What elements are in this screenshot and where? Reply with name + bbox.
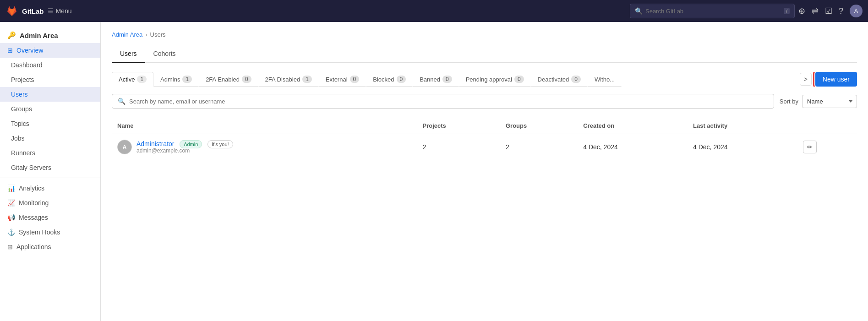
- filter-tab-without-projects[interactable]: Witho...: [588, 72, 622, 87]
- col-actions: [797, 118, 857, 134]
- filter-tab-external[interactable]: External 0: [319, 72, 366, 87]
- table-row: A Administrator Admin It's you!: [112, 134, 857, 160]
- filter-tab-active[interactable]: Active 1: [112, 72, 153, 87]
- analytics-icon: 📊: [7, 185, 15, 192]
- search-sort-row: 🔍 Sort by Name Newest Oldest Last sign-i…: [112, 94, 857, 109]
- avatar: A: [117, 140, 132, 154]
- filter-tabs: Active 1 Admins 1 2FA Enabled 0 2FA Disa…: [112, 72, 798, 87]
- user-last-activity: 4 Dec, 2024: [688, 134, 797, 160]
- user-info: Administrator Admin It's you! admin@exam…: [136, 140, 233, 154]
- edit-icon: ✏: [807, 143, 813, 151]
- breadcrumb-parent-link[interactable]: Admin Area: [112, 31, 142, 38]
- sidebar: 🔑 Admin Area ⊞ Overview Dashboard Projec…: [0, 22, 101, 321]
- col-name: Name: [112, 118, 417, 134]
- its-you-badge: It's you!: [207, 140, 233, 148]
- col-projects: Projects: [417, 118, 501, 134]
- merge-request-icon[interactable]: ⇌: [812, 6, 819, 16]
- edit-user-button[interactable]: ✏: [803, 141, 817, 153]
- user-email: admin@example.com: [136, 147, 233, 154]
- global-search-box[interactable]: 🔍 /: [630, 4, 795, 18]
- filter-tab-pending-approval[interactable]: Pending approval 0: [459, 72, 531, 87]
- user-created-on: 4 Dec, 2024: [578, 134, 688, 160]
- help-icon[interactable]: ?: [839, 6, 843, 16]
- filter-tab-deactivated[interactable]: Deactivated 0: [531, 72, 588, 87]
- filter-tabs-scroll-right-button[interactable]: >: [800, 73, 812, 86]
- sidebar-item-groups[interactable]: Groups: [0, 102, 100, 116]
- topnav-icons: ⊕ ⇌ ☑ ? A: [798, 5, 863, 17]
- user-name-link[interactable]: Administrator: [136, 140, 174, 147]
- sidebar-item-system-hooks[interactable]: ⚓ System Hooks: [0, 225, 100, 239]
- sidebar-item-applications[interactable]: ⊞ Applications: [0, 239, 100, 254]
- tab-users[interactable]: Users: [112, 45, 145, 63]
- top-navbar: GitLab ☰ Menu 🔍 / ⊕ ⇌ ☑ ? A: [0, 0, 868, 22]
- col-groups: Groups: [500, 118, 578, 134]
- user-name-cell: A Administrator Admin It's you!: [117, 140, 412, 154]
- sidebar-item-topics[interactable]: Topics: [0, 116, 100, 131]
- page-tabs: Users Cohorts: [112, 45, 857, 63]
- search-box-icon: 🔍: [118, 98, 126, 105]
- sidebar-item-users[interactable]: Users: [0, 87, 100, 102]
- sidebar-item-jobs[interactable]: Jobs: [0, 131, 100, 146]
- sort-by-label: Sort by: [780, 98, 798, 105]
- breadcrumb-current: Users: [150, 31, 166, 38]
- sidebar-section-title: 🔑 Admin Area: [0, 26, 100, 43]
- user-search-input[interactable]: [129, 98, 768, 105]
- sort-by-container: Sort by Name Newest Oldest Last sign-in …: [780, 95, 857, 108]
- gitlab-logo[interactable]: GitLab: [5, 5, 44, 17]
- search-input[interactable]: [645, 8, 781, 15]
- tab-cohorts[interactable]: Cohorts: [145, 45, 184, 63]
- search-box: 🔍: [112, 94, 774, 109]
- sidebar-item-analytics[interactable]: 📊 Analytics: [0, 181, 100, 196]
- sidebar-item-messages[interactable]: 📢 Messages: [0, 210, 100, 225]
- messages-icon: 📢: [7, 214, 15, 221]
- gitlab-logo-icon: [5, 5, 18, 17]
- col-last-activity: Last activity: [688, 118, 797, 134]
- user-groups-count: 2: [500, 134, 578, 160]
- filter-tab-banned[interactable]: Banned 0: [413, 72, 459, 87]
- overview-icon: ⊞: [7, 47, 13, 54]
- main-content: Admin Area › Users Users Cohorts Active: [101, 22, 868, 321]
- filter-tab-blocked[interactable]: Blocked 0: [366, 72, 413, 87]
- users-table: Name Projects Groups Created on Last act…: [112, 118, 857, 160]
- hamburger-icon: ☰: [48, 7, 54, 15]
- sidebar-item-gitaly[interactable]: Gitaly Servers: [0, 160, 100, 175]
- monitoring-icon: 📈: [7, 199, 15, 207]
- sidebar-item-runners[interactable]: Runners: [0, 146, 100, 160]
- sidebar-item-monitoring[interactable]: 📈 Monitoring: [0, 196, 100, 210]
- slash-shortcut-badge: /: [784, 8, 790, 14]
- user-projects-count: 2: [417, 134, 501, 160]
- filter-tab-admins[interactable]: Admins 1: [153, 72, 199, 87]
- sidebar-item-overview[interactable]: ⊞ Overview: [0, 43, 100, 58]
- sidebar-item-dashboard[interactable]: Dashboard: [0, 58, 100, 72]
- admin-area-icon: 🔑: [7, 31, 16, 39]
- issues-icon[interactable]: ☑: [825, 6, 832, 16]
- sort-select[interactable]: Name Newest Oldest Last sign-in Last act…: [802, 95, 857, 108]
- menu-button[interactable]: ☰ Menu: [48, 7, 72, 15]
- breadcrumb: Admin Area › Users: [112, 31, 857, 38]
- filter-tab-2fa-enabled[interactable]: 2FA Enabled 0: [199, 72, 258, 87]
- filter-tab-2fa-disabled[interactable]: 2FA Disabled 1: [258, 72, 319, 87]
- col-created-on: Created on: [578, 118, 688, 134]
- user-name: Administrator Admin It's you!: [136, 140, 233, 147]
- gitlab-logo-text: GitLab: [22, 7, 44, 15]
- user-avatar[interactable]: A: [850, 5, 863, 17]
- search-icon: 🔍: [635, 7, 643, 15]
- sidebar-item-projects[interactable]: Projects: [0, 72, 100, 87]
- plus-icon[interactable]: ⊕: [798, 6, 805, 16]
- applications-icon: ⊞: [7, 243, 13, 250]
- system-hooks-icon: ⚓: [7, 229, 15, 236]
- new-user-button[interactable]: New user: [815, 72, 857, 87]
- filter-tabs-container: Active 1 Admins 1 2FA Enabled 0 2FA Disa…: [112, 72, 857, 87]
- breadcrumb-separator: ›: [145, 31, 147, 38]
